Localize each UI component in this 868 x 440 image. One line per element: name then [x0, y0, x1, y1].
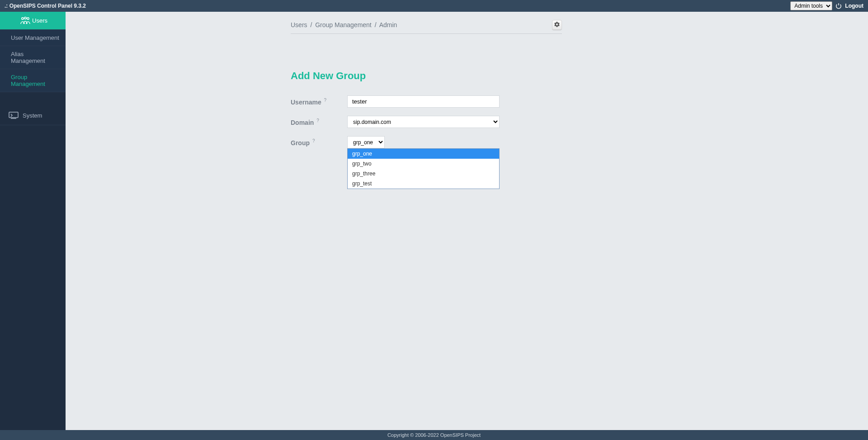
group-option[interactable]: grp_three: [348, 169, 499, 179]
breadcrumb-admin[interactable]: Admin: [379, 21, 397, 28]
page-title: Add New Group: [291, 70, 562, 82]
breadcrumb: Users / Group Management / Admin: [291, 21, 397, 28]
footer-text: Copyright © 2006-2022 OpenSIPS Project: [387, 432, 481, 438]
sidebar-item-label: User Management: [11, 34, 59, 41]
help-icon[interactable]: ?: [324, 98, 327, 103]
svg-point-1: [24, 17, 26, 19]
form-row-domain: Domain ? sip.domain.com: [291, 116, 562, 128]
sidebar-item-group-management[interactable]: Group Management: [0, 69, 66, 92]
users-icon: [18, 16, 32, 25]
sidebar-item-user-management[interactable]: User Management: [0, 30, 66, 46]
sidebar-item-label: Group Management: [11, 74, 59, 87]
group-dropdown-list: grp_one grp_two grp_three grp_test: [347, 148, 500, 189]
help-icon[interactable]: ?: [312, 138, 315, 143]
breadcrumb-sep: /: [375, 21, 377, 28]
logout-link[interactable]: Logout: [845, 3, 863, 9]
sidebar: Users User Management Alias Management G…: [0, 12, 66, 430]
sidebar-item-system[interactable]: System: [0, 106, 66, 125]
svg-point-0: [21, 17, 23, 19]
admin-tools-select[interactable]: Admin tools: [790, 1, 832, 10]
group-select[interactable]: grp_one: [347, 136, 385, 148]
form-row-username: Username ?: [291, 95, 562, 108]
username-label: Username ?: [291, 98, 347, 106]
sidebar-item-label: System: [23, 112, 42, 119]
sidebar-item-label: Alias Management: [11, 51, 59, 64]
breadcrumb-group-mgmt[interactable]: Group Management: [315, 21, 372, 28]
app-title: .: OpenSIPS Control Panel 9.3.2: [5, 3, 86, 9]
form-row-group: Group ? grp_one grp_one grp_two grp_thre…: [291, 136, 562, 148]
help-icon[interactable]: ?: [316, 118, 319, 123]
group-option[interactable]: grp_two: [348, 159, 499, 169]
username-input[interactable]: [347, 95, 500, 108]
domain-select[interactable]: sip.domain.com: [347, 116, 500, 128]
gear-icon: [554, 21, 560, 29]
breadcrumb-sep: /: [310, 21, 312, 28]
domain-label: Domain ?: [291, 118, 347, 126]
breadcrumb-users[interactable]: Users: [291, 21, 307, 28]
group-option[interactable]: grp_one: [348, 149, 499, 159]
system-icon: [5, 111, 23, 119]
sidebar-item-users[interactable]: Users: [0, 12, 66, 30]
svg-point-2: [27, 17, 28, 19]
group-option[interactable]: grp_test: [348, 179, 499, 189]
svg-rect-3: [9, 112, 18, 118]
power-icon: [835, 2, 842, 9]
footer: Copyright © 2006-2022 OpenSIPS Project: [0, 430, 868, 440]
breadcrumb-row: Users / Group Management / Admin: [291, 20, 562, 34]
settings-button[interactable]: [552, 20, 562, 30]
top-bar: .: OpenSIPS Control Panel 9.3.2 Admin to…: [0, 0, 868, 12]
group-label: Group ?: [291, 138, 347, 147]
sidebar-item-alias-management[interactable]: Alias Management: [0, 46, 66, 69]
sidebar-item-label: Users: [32, 17, 47, 24]
topbar-right: Admin tools Logout: [790, 1, 863, 10]
main-content: Users / Group Management / Admin Add New…: [66, 12, 868, 430]
